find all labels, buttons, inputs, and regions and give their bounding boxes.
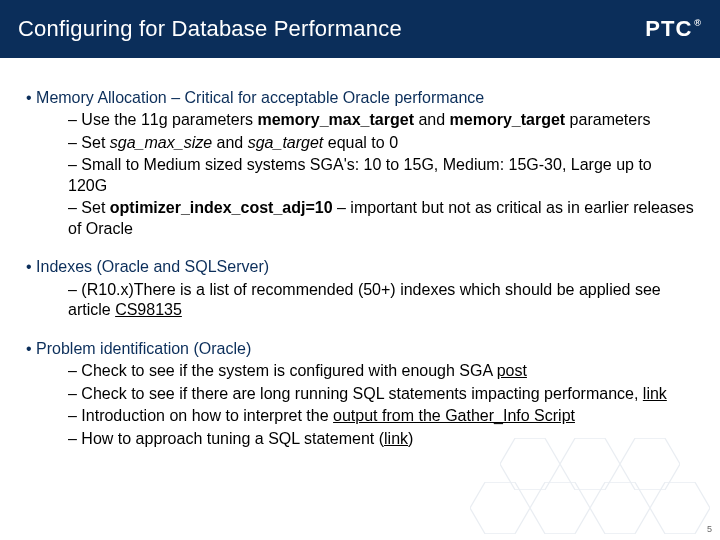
- sub-list: (R10.x)There is a list of recommended (5…: [68, 280, 694, 321]
- tuning-link[interactable]: link: [384, 430, 408, 447]
- svg-marker-1: [590, 482, 650, 534]
- section-heading: Indexes (Oracle and SQLServer): [26, 258, 269, 275]
- list-item: Check to see if the system is configured…: [68, 361, 694, 381]
- page-number: 5: [707, 524, 712, 534]
- svg-marker-0: [650, 482, 710, 534]
- section-indexes: Indexes (Oracle and SQLServer) (R10.x)Th…: [26, 257, 694, 320]
- section-problem-id: Problem identification (Oracle) Check to…: [26, 339, 694, 449]
- section-heading: Memory Allocation – Critical for accepta…: [26, 89, 484, 106]
- svg-marker-2: [530, 482, 590, 534]
- perf-link[interactable]: link: [643, 385, 667, 402]
- section-heading: Problem identification (Oracle): [26, 340, 251, 357]
- gather-info-link[interactable]: output from the Gather_Info Script: [333, 407, 575, 424]
- slide-body: Memory Allocation – Critical for accepta…: [0, 58, 720, 477]
- list-item: (R10.x)There is a list of recommended (5…: [68, 280, 694, 321]
- list-item: Set sga_max_size and sga_target equal to…: [68, 133, 694, 153]
- list-item: Check to see if there are long running S…: [68, 384, 694, 404]
- registered-icon: ®: [694, 18, 702, 28]
- title-bar: Configuring for Database Performance PTC…: [0, 0, 720, 58]
- list-item: Set optimizer_index_cost_adj=10 – import…: [68, 198, 694, 239]
- bullet-list: Memory Allocation – Critical for accepta…: [26, 88, 694, 449]
- sub-list: Check to see if the system is configured…: [68, 361, 694, 449]
- list-item: Use the 11g parameters memory_max_target…: [68, 110, 694, 130]
- post-link[interactable]: post: [497, 362, 527, 379]
- slide: Configuring for Database Performance PTC…: [0, 0, 720, 540]
- list-item: Small to Medium sized systems SGA's: 10 …: [68, 155, 694, 196]
- ptc-logo: PTC®: [645, 16, 702, 42]
- logo-text: PTC: [645, 16, 692, 42]
- sub-list: Use the 11g parameters memory_max_target…: [68, 110, 694, 239]
- article-link[interactable]: CS98135: [115, 301, 182, 318]
- slide-title: Configuring for Database Performance: [18, 16, 402, 42]
- section-memory: Memory Allocation – Critical for accepta…: [26, 88, 694, 239]
- svg-marker-3: [470, 482, 530, 534]
- list-item: How to approach tuning a SQL statement (…: [68, 429, 694, 449]
- list-item: Introduction on how to interpret the out…: [68, 406, 694, 426]
